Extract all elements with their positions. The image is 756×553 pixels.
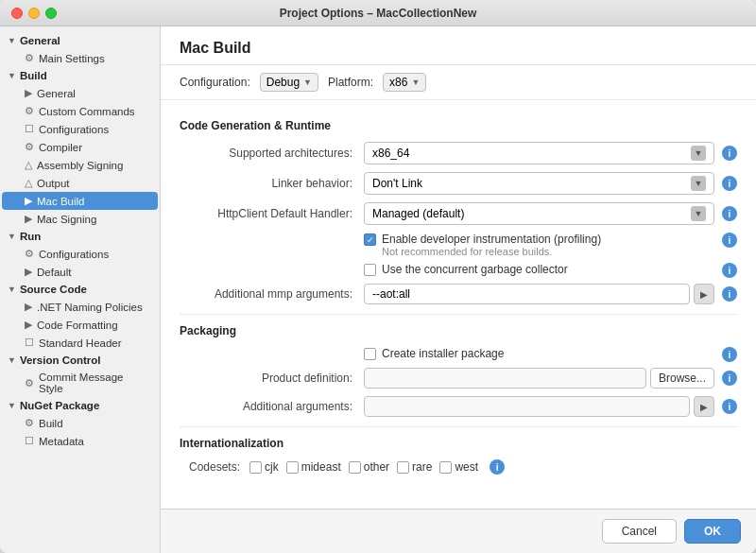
run-button[interactable]: ▶ — [694, 284, 714, 304]
sidebar-item-custom-commands[interactable]: ⚙ Custom Commands — [2, 102, 158, 120]
httpclient-row: HttpClient Default Handler: Managed (def… — [180, 202, 737, 225]
mideast-checkbox[interactable] — [286, 461, 299, 474]
sidebar-item-standard-header[interactable]: ☐ Standard Header — [2, 334, 158, 352]
product-def-input[interactable] — [364, 368, 646, 389]
browse-button[interactable]: Browse... — [650, 368, 714, 389]
info-icon[interactable]: i — [490, 459, 505, 475]
sidebar-item-build-general[interactable]: ▶ General — [2, 84, 158, 102]
play-icon: ▶ — [25, 301, 32, 313]
west-checkbox[interactable] — [439, 461, 452, 474]
add-args-row: Additional arguments: ▶ i — [180, 396, 737, 417]
info-icon[interactable]: i — [722, 176, 737, 191]
info-icon[interactable]: i — [722, 347, 737, 362]
supported-arch-label: Supported architectures: — [180, 147, 364, 160]
arrow-icon: ▼ — [8, 232, 16, 241]
code-generation-header: Code Generation & Runtime — [180, 119, 737, 132]
codeset-west: west — [439, 460, 478, 474]
sidebar-item-code-formatting[interactable]: ▶ Code Formatting — [2, 316, 158, 334]
supported-arch-row: Supported architectures: x86_64 ▼ i — [180, 142, 737, 164]
cjk-checkbox[interactable] — [249, 461, 262, 474]
maximize-button[interactable] — [45, 8, 57, 19]
codeset-cjk: cjk — [249, 460, 279, 474]
mmp-args-row: Additional mmp arguments: ▶ i — [180, 284, 737, 304]
concurrent-gc-label: Use the concurrent garbage collector — [382, 263, 568, 276]
platform-select[interactable]: x86 ▼ — [383, 73, 426, 92]
concurrent-gc-wrapper: Use the concurrent garbage collector i — [364, 263, 737, 278]
sidebar-section-run[interactable]: ▼ Run — [0, 228, 160, 245]
play-icon: ▶ — [25, 266, 32, 278]
concurrent-gc-row: Use the concurrent garbage collector i — [180, 263, 737, 278]
run-button[interactable]: ▶ — [694, 396, 714, 417]
triangle-icon: △ — [25, 177, 32, 189]
sidebar-section-version-control[interactable]: ▼ Version Control — [0, 352, 160, 369]
section-divider — [180, 314, 737, 315]
sidebar-item-mac-build[interactable]: ▶ Mac Build — [2, 192, 158, 210]
sidebar-section-nuget[interactable]: ▼ NuGet Package — [0, 397, 160, 414]
window-title: Project Options – MacCollectionNew — [280, 7, 477, 20]
mmp-args-control: ▶ i — [364, 284, 737, 304]
httpclient-select[interactable]: Managed (default) ▼ — [364, 202, 714, 225]
concurrent-gc-checkbox[interactable] — [364, 264, 376, 276]
cancel-button[interactable]: Cancel — [602, 519, 677, 544]
dev-instrumentation-checkbox[interactable] — [364, 233, 376, 246]
codeset-row: Codesets: cjk mideast other — [180, 459, 737, 475]
add-args-control: ▶ i — [364, 396, 737, 417]
configuration-select[interactable]: Debug ▼ — [260, 73, 318, 92]
info-icon[interactable]: i — [722, 286, 737, 302]
sidebar-item-configurations[interactable]: ☐ Configurations — [2, 120, 158, 138]
close-button[interactable] — [11, 8, 23, 19]
sidebar-item-commit-message-style[interactable]: ⚙ Commit Message Style — [2, 369, 158, 397]
httpclient-label: HttpClient Default Handler: — [180, 207, 364, 220]
create-installer-wrapper: Create installer package i — [364, 347, 737, 362]
sidebar-item-output[interactable]: △ Output — [2, 174, 158, 192]
supported-arch-select[interactable]: x86_64 ▼ — [364, 142, 714, 164]
sidebar-section-general[interactable]: ▼ General — [0, 32, 160, 49]
sidebar-item-compiler[interactable]: ⚙ Compiler — [2, 138, 158, 156]
play-icon: ▶ — [25, 213, 32, 225]
info-icon[interactable]: i — [722, 371, 737, 386]
sidebar-section-build[interactable]: ▼ Build — [0, 67, 160, 84]
sidebar-item-main-settings[interactable]: ⚙ Main Settings — [2, 49, 158, 67]
info-icon[interactable]: i — [722, 146, 737, 161]
info-icon[interactable]: i — [722, 206, 737, 221]
linker-control: Don't Link ▼ i — [364, 172, 737, 195]
dropdown-arrow-icon: ▼ — [411, 78, 420, 87]
play-icon: ▶ — [25, 195, 32, 207]
packaging-header: Packaging — [180, 324, 737, 337]
add-args-input[interactable] — [364, 396, 690, 417]
gear-icon: ⚙ — [25, 417, 34, 429]
sidebar-item-naming-policies[interactable]: ▶ .NET Naming Policies — [2, 298, 158, 316]
sidebar-section-source-code[interactable]: ▼ Source Code — [0, 281, 160, 298]
ok-button[interactable]: OK — [684, 519, 741, 544]
linker-label: Linker behavior: — [180, 177, 364, 190]
sidebar-item-mac-signing[interactable]: ▶ Mac Signing — [2, 210, 158, 228]
sidebar-item-metadata[interactable]: ☐ Metadata — [2, 432, 158, 450]
bottom-bar: Cancel OK — [161, 509, 756, 553]
sidebar: ▼ General ⚙ Main Settings ▼ Build ▶ Gene… — [0, 26, 161, 553]
window-controls — [11, 8, 57, 19]
sidebar-item-assembly-signing[interactable]: △ Assembly Signing — [2, 156, 158, 174]
add-args-label: Additional arguments: — [180, 400, 364, 413]
product-def-label: Product definition: — [180, 372, 364, 385]
gear-icon: ⚙ — [25, 141, 34, 153]
create-installer-checkbox[interactable] — [364, 348, 376, 360]
info-icon[interactable]: i — [722, 399, 737, 414]
sidebar-item-nuget-build[interactable]: ⚙ Build — [2, 414, 158, 432]
dropdown-arrow-icon: ▼ — [691, 146, 706, 161]
config-label: Configuration: — [180, 76, 250, 89]
panel-title: Mac Build — [161, 26, 756, 65]
minimize-button[interactable] — [28, 8, 40, 19]
other-checkbox[interactable] — [349, 461, 361, 474]
arrow-icon: ▼ — [8, 71, 16, 80]
mmp-args-input[interactable] — [364, 284, 690, 304]
section-divider — [180, 426, 737, 427]
info-icon[interactable]: i — [722, 263, 737, 278]
sidebar-item-run-default[interactable]: ▶ Default — [2, 263, 158, 281]
sidebar-item-run-configurations[interactable]: ⚙ Configurations — [2, 245, 158, 263]
rare-checkbox[interactable] — [397, 461, 409, 474]
arrow-icon: ▼ — [8, 401, 16, 410]
info-icon[interactable]: i — [722, 233, 737, 248]
main-window: Project Options – MacCollectionNew ▼ Gen… — [0, 0, 756, 553]
internationalization-header: Internationalization — [180, 437, 737, 450]
linker-select[interactable]: Don't Link ▼ — [364, 172, 714, 195]
